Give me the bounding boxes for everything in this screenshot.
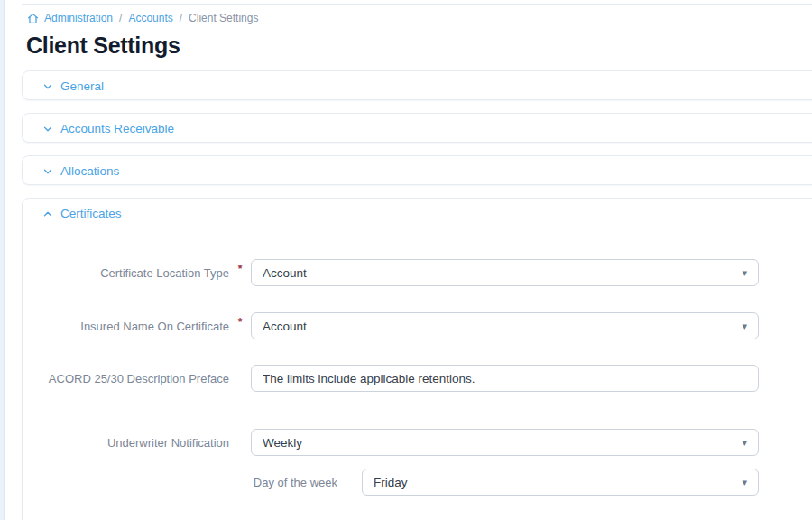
required-asterisk: * bbox=[229, 316, 251, 329]
required-asterisk: * bbox=[229, 263, 251, 275]
caret-down-icon: ▾ bbox=[742, 478, 747, 488]
select-value: Friday bbox=[374, 476, 408, 489]
field-row-day-of-the-week: Day of the week Friday ▾ bbox=[23, 469, 812, 496]
insured-name-on-certificate-select[interactable]: Account ▾ bbox=[251, 312, 759, 339]
certificates-form: Certificate Location Type * Account ▾ In… bbox=[23, 228, 812, 496]
select-value: Account bbox=[263, 266, 307, 280]
caret-down-icon: ▾ bbox=[742, 268, 747, 278]
underwriter-notification-select[interactable]: Weekly ▾ bbox=[251, 429, 759, 456]
section-toggle-allocations[interactable]: Allocations bbox=[23, 156, 812, 186]
select-value: Weekly bbox=[263, 436, 302, 450]
section-certificates: Certificates Certificate Location Type *… bbox=[22, 198, 812, 520]
section-title: Certificates bbox=[60, 207, 122, 220]
section-toggle-general[interactable]: General bbox=[23, 71, 812, 101]
page-title: Client Settings bbox=[26, 32, 180, 59]
acord-description-preface-input[interactable] bbox=[251, 365, 759, 392]
breadcrumb-separator: / bbox=[180, 12, 182, 25]
breadcrumb-link-administration[interactable]: Administration bbox=[44, 12, 113, 25]
sidebar-edge bbox=[0, 0, 5, 520]
field-row-underwriter-notification: Underwriter Notification Weekly ▾ bbox=[23, 429, 812, 456]
content-top-divider bbox=[22, 4, 812, 5]
section-title: General bbox=[60, 79, 104, 93]
field-row-certificate-location-type: Certificate Location Type * Account ▾ bbox=[23, 259, 812, 286]
section-title: Allocations bbox=[60, 164, 119, 178]
chevron-down-icon bbox=[42, 81, 53, 92]
settings-sections: General Accounts Receivable Allocations … bbox=[22, 70, 812, 520]
section-general: General bbox=[22, 70, 812, 100]
home-icon[interactable] bbox=[27, 13, 39, 24]
section-allocations: Allocations bbox=[22, 155, 812, 185]
section-toggle-accounts-receivable[interactable]: Accounts Receivable bbox=[23, 114, 812, 144]
field-label: Certificate Location Type bbox=[23, 265, 229, 281]
field-row-insured-name-on-certificate: Insured Name On Certificate * Account ▾ bbox=[23, 312, 812, 339]
caret-down-icon: ▾ bbox=[742, 438, 747, 448]
field-label: Day of the week bbox=[23, 475, 337, 490]
section-accounts-receivable: Accounts Receivable bbox=[22, 113, 812, 143]
field-label: ACORD 25/30 Description Preface bbox=[23, 371, 229, 386]
breadcrumb-separator: / bbox=[119, 12, 122, 25]
section-toggle-certificates[interactable]: Certificates bbox=[23, 199, 812, 228]
certificate-location-type-select[interactable]: Account ▾ bbox=[251, 259, 759, 286]
day-of-week-select[interactable]: Friday ▾ bbox=[362, 469, 759, 496]
field-label: Insured Name On Certificate bbox=[23, 319, 229, 334]
section-title: Accounts Receivable bbox=[60, 122, 174, 135]
chevron-up-icon bbox=[42, 209, 53, 219]
select-value: Account bbox=[263, 320, 307, 333]
breadcrumb: Administration / Accounts / Client Setti… bbox=[27, 12, 258, 25]
chevron-down-icon bbox=[42, 124, 53, 135]
field-label: Underwriter Notification bbox=[23, 435, 229, 450]
field-row-acord-description-preface: ACORD 25/30 Description Preface bbox=[23, 365, 812, 392]
breadcrumb-link-accounts[interactable]: Accounts bbox=[128, 12, 172, 25]
caret-down-icon: ▾ bbox=[742, 321, 747, 331]
breadcrumb-current: Client Settings bbox=[189, 12, 258, 25]
chevron-down-icon bbox=[42, 166, 53, 177]
